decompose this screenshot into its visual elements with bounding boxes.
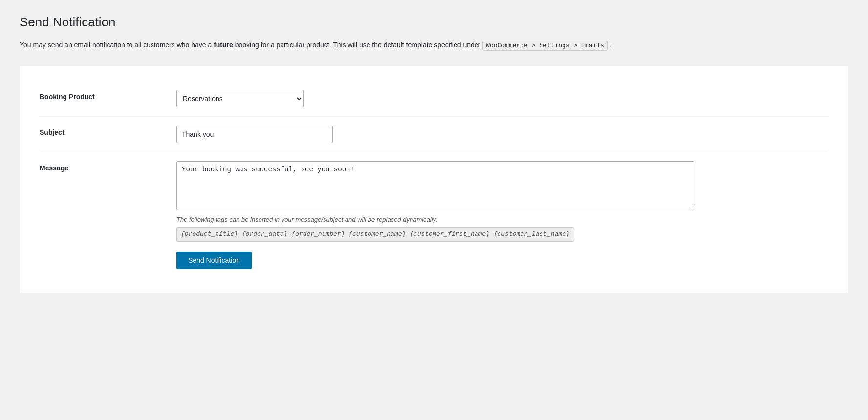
subject-label: Subject: [40, 126, 176, 136]
booking-product-label: Booking Product: [40, 90, 176, 101]
subject-field: [176, 126, 828, 143]
description-period: .: [608, 41, 611, 49]
send-notification-button[interactable]: Send Notification: [176, 252, 252, 269]
subject-row: Subject: [40, 117, 828, 152]
description-code: WooCommerce > Settings > Emails: [482, 41, 608, 51]
description-post: booking for a particular product. This w…: [233, 41, 482, 49]
page-title: Send Notification: [20, 15, 848, 30]
page-container: Send Notification You may send an email …: [0, 0, 868, 308]
tags-value: {product_title} {order_date} {order_numb…: [176, 227, 574, 242]
send-button-wrapper: Send Notification: [176, 242, 828, 269]
booking-product-select[interactable]: Reservations: [176, 90, 304, 107]
message-label: Message: [40, 161, 176, 172]
tags-hint-text: The following tags can be inserted in yo…: [176, 216, 438, 223]
description-pre: You may send an email notification to al…: [20, 41, 214, 49]
subject-input[interactable]: [176, 126, 333, 143]
tags-hint-container: The following tags can be inserted in yo…: [176, 215, 694, 242]
message-field: Your booking was successful, see you soo…: [176, 161, 828, 270]
booking-product-row: Booking Product Reservations: [40, 81, 828, 117]
message-textarea[interactable]: Your booking was successful, see you soo…: [176, 161, 694, 210]
booking-product-field: Reservations: [176, 90, 828, 107]
description-bold: future: [214, 41, 233, 49]
page-description: You may send an email notification to al…: [20, 40, 753, 51]
form-container: Booking Product Reservations Subject Mes…: [20, 66, 848, 294]
message-row: Message Your booking was successful, see…: [40, 152, 828, 278]
